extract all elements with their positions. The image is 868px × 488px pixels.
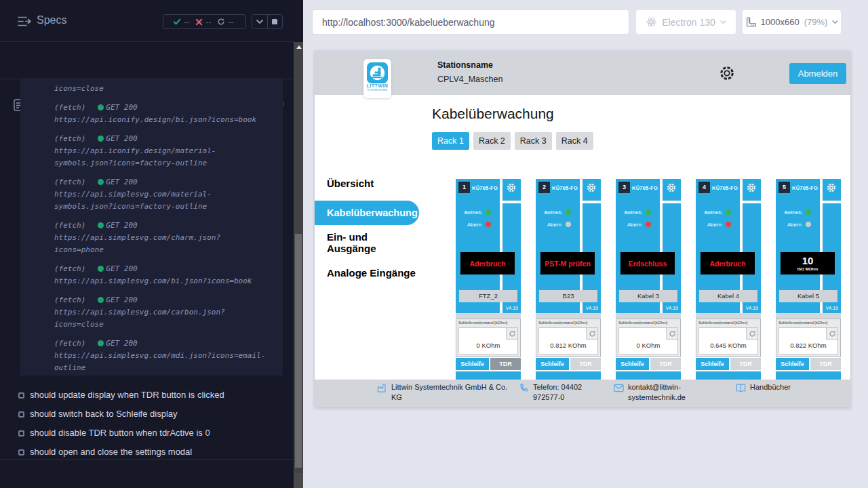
log-entry[interactable]: (fetch)GET 200 https://api.iconify.desig…	[54, 102, 283, 126]
app-sidebar: Übersicht Kabelüberwachung Ein- und Ausg…	[315, 95, 419, 380]
display-value: 10	[802, 256, 814, 266]
refresh-button[interactable]	[586, 328, 597, 340]
resistance-label: Schleifenwiderstand [kOhm]	[538, 321, 587, 325]
log-entry[interactable]: (fetch)GET 200 https://api.iconify.desig…	[54, 133, 283, 169]
footer-item[interactable]: Handbücher	[736, 382, 791, 393]
sidebar-item-übersicht[interactable]: Übersicht	[315, 173, 419, 193]
device-settings-gear-icon[interactable]	[586, 182, 597, 193]
log-url: https://api.simplesvg.com/charm.json?ico…	[54, 232, 267, 256]
refresh-button[interactable]	[826, 328, 837, 340]
log-entry[interactable]: (fetch)GET 200 https://api.simplesvg.com…	[54, 176, 283, 213]
littwin-logo: LITTWIN SYSTEMTECHNIK	[363, 59, 391, 98]
alarm-led	[726, 222, 731, 227]
log-tag: (fetch)	[54, 264, 85, 273]
refresh-button[interactable]	[506, 328, 517, 340]
betrieb-led	[646, 209, 651, 215]
log-entry[interactable]: (fetch)GET 200 https://api.simplesvg.com…	[54, 263, 283, 287]
station-name: CPLV4_Maschen	[437, 75, 502, 84]
log-entry[interactable]: (fetch)GET 200 https://api.simplesvg.com…	[54, 338, 283, 374]
scrollbar-up-arrow[interactable]	[296, 45, 302, 49]
device-settings-gear-icon[interactable]	[506, 182, 517, 193]
footer-item[interactable]: Littwin Systemtechnik GmbH & Co. KG	[377, 382, 508, 403]
betrieb-row: Betrieb	[696, 209, 740, 216]
refresh-button[interactable]	[746, 328, 757, 340]
status-dot-icon	[98, 179, 104, 185]
status-dot-icon	[98, 222, 104, 228]
scrollbar-down-button[interactable]	[294, 473, 303, 488]
stop-button[interactable]	[268, 15, 283, 28]
tab-rack-2[interactable]: Rack 2	[473, 132, 511, 150]
chevron-down-icon	[720, 20, 726, 24]
settings-gear-icon[interactable]	[718, 64, 736, 82]
log-entry[interactable]: (fetch)GET 200 https://api.simplesvg.com…	[54, 294, 283, 331]
resistance-display: 0.822 KOhm	[778, 327, 838, 354]
specs-sidebar-toggle-icon[interactable]	[17, 16, 32, 27]
alarm-label: Alarm	[456, 222, 481, 228]
schleife-button[interactable]: Schleife	[536, 358, 569, 370]
cable-name: Kabel 3	[619, 290, 677, 302]
betrieb-label: Betrieb	[616, 209, 642, 216]
footer-item[interactable]: Telefon: 04402 972577-0	[519, 382, 608, 403]
refresh-button[interactable]	[666, 328, 677, 340]
betrieb-label: Betrieb	[536, 209, 561, 216]
pending-test-item[interactable]: should switch back to Schleife display	[0, 405, 294, 424]
logout-button[interactable]: Abmelden	[789, 63, 846, 84]
pending-count: --	[229, 18, 233, 26]
schleife-button[interactable]: Schleife	[776, 358, 809, 370]
log-tag: (fetch)	[54, 134, 85, 143]
resistance-label: Schleifenwiderstand [kOhm]	[618, 321, 667, 325]
resistance-panel: Schleifenwiderstand [kOhm] 0 KOhm	[456, 319, 521, 357]
device-cards: 1 KÜ705-FO Betrieb Alarm Aderbruch	[456, 179, 841, 380]
passed-check-icon	[173, 18, 181, 26]
alarm-row: Alarm	[456, 222, 500, 228]
tab-rack-4[interactable]: Rack 4	[556, 132, 593, 150]
schleife-button[interactable]: Schleife	[696, 358, 729, 370]
tdr-button[interactable]: TDR	[570, 358, 601, 370]
sidebar-item-label: Analoge Eingänge	[327, 267, 416, 279]
device-card: 2 KÜ705-FO Betrieb Alarm PST-M prüfen	[536, 179, 601, 380]
reporter-scrollbar-thumb[interactable]	[295, 234, 302, 468]
test-title: should disable TDR button when tdrActive…	[30, 428, 210, 438]
sidebar-item-analoge-eingänge[interactable]: Analoge Eingänge	[315, 262, 419, 283]
tdr-button[interactable]: TDR	[490, 358, 521, 370]
schleife-button[interactable]: Schleife	[456, 358, 489, 370]
log-entry-head: (fetch)GET 200	[54, 176, 283, 188]
footer-item[interactable]: kontakt@littwin-systemtechnik.de	[614, 382, 698, 403]
alarm-led	[566, 222, 571, 227]
cable-name: FTZ_2	[459, 290, 517, 302]
spec-file-row[interactable]: kue705fo.cy.ts 00:11	[0, 42, 294, 79]
test-stats[interactable]: -- -- --	[163, 14, 246, 29]
url-input[interactable]	[312, 9, 629, 35]
device-settings-gear-icon[interactable]	[746, 182, 757, 193]
device-number: 4	[698, 182, 710, 193]
browser-select[interactable]: Electron 130	[635, 9, 736, 35]
tdr-button[interactable]: TDR	[730, 358, 761, 370]
log-url: https://api.iconify.design/material-symb…	[54, 145, 267, 169]
viewport-size-select[interactable]: 1000x660 (79%)	[742, 9, 842, 35]
device-settings-gear-icon[interactable]	[666, 182, 677, 193]
sidebar-item-kabelüberwachung[interactable]: Kabelüberwachung	[315, 201, 419, 225]
tdr-button[interactable]: TDR	[650, 358, 681, 370]
rack-tabs: Rack 1Rack 2Rack 3Rack 4	[432, 132, 593, 150]
browser-select-label: Electron 130	[662, 17, 715, 28]
log-status: GET 200	[106, 178, 137, 186]
sidebar-item-ein-und-ausgänge[interactable]: Ein- und Ausgänge	[315, 232, 419, 253]
station-label: Stationsname	[437, 60, 493, 70]
book-icon	[736, 383, 746, 393]
app-footer: Littwin Systemtechnik GmbH & Co. KG Tele…	[315, 380, 850, 407]
resistance-display: 0 KOhm	[458, 327, 518, 354]
pending-test-item[interactable]: should update display when TDR button is…	[0, 386, 294, 405]
tab-rack-1[interactable]: Rack 1	[432, 132, 469, 150]
log-entry[interactable]: (fetch)GET 200 https://api.simplesvg.com…	[54, 220, 283, 256]
module-gap	[776, 313, 841, 319]
tdr-button[interactable]: TDR	[810, 358, 841, 370]
resistance-panel: Schleifenwiderstand [kOhm] 0.822 KOhm	[776, 319, 841, 357]
device-display: Erdschluss	[620, 252, 675, 274]
pending-test-item[interactable]: should disable TDR button when tdrActive…	[0, 424, 294, 443]
collapse-button[interactable]	[252, 15, 267, 28]
device-number: 3	[618, 182, 630, 193]
app-under-test: Stationsname CPLV4_Maschen Abmelden	[315, 51, 850, 407]
device-settings-gear-icon[interactable]	[826, 182, 837, 193]
tab-rack-3[interactable]: Rack 3	[515, 132, 552, 150]
schleife-button[interactable]: Schleife	[616, 358, 649, 370]
